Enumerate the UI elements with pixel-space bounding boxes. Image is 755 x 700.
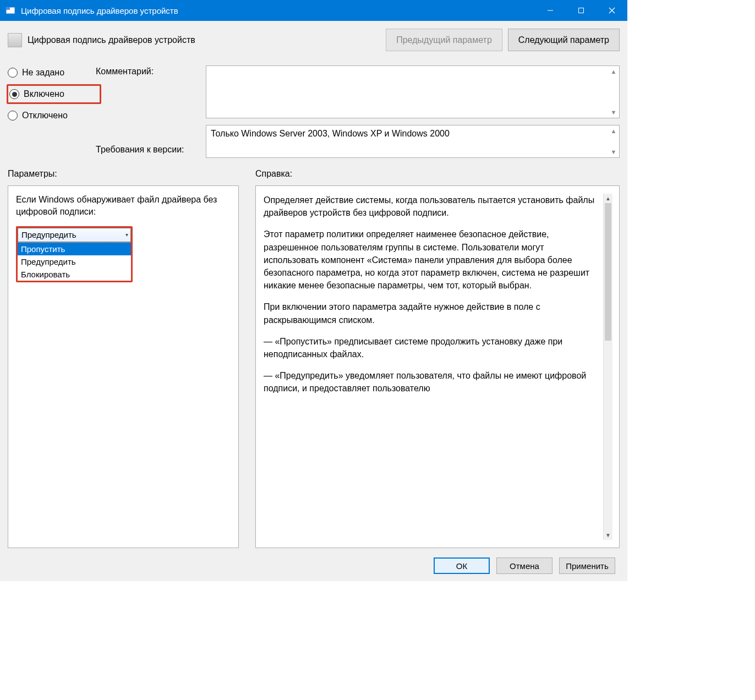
policy-icon	[8, 33, 22, 47]
requirements-text: Только Windows Server 2003, Windows XP и…	[211, 129, 450, 138]
apply-button[interactable]: Применить	[559, 557, 615, 574]
scroll-down-icon[interactable]: ▼	[604, 531, 612, 540]
policy-title: Цифровая подпись драйверов устройств	[28, 35, 380, 45]
radio-dot-icon	[9, 89, 19, 99]
dropdown-list: Пропустить Предупредить Блокировать	[18, 242, 131, 281]
scroll-up-icon[interactable]: ▲	[604, 194, 612, 203]
help-paragraph: — «Предупредить» уведомляет пользователя…	[264, 369, 601, 395]
dropdown-option-block[interactable]: Блокировать	[18, 268, 131, 281]
close-button[interactable]	[597, 0, 627, 21]
scroll-up-icon[interactable]: ▲	[609, 67, 618, 76]
scroll-down-icon[interactable]: ▼	[609, 147, 618, 156]
help-paragraph: Определяет действие системы, когда польз…	[264, 194, 601, 219]
chevron-down-icon: ▾	[125, 232, 128, 238]
cancel-button[interactable]: Отмена	[496, 557, 552, 574]
parameters-panel: Если Windows обнаруживает файл драйвера …	[8, 185, 239, 548]
radio-label: Отключено	[22, 111, 68, 121]
radio-label: Включено	[24, 89, 64, 99]
scroll-up-icon[interactable]: ▲	[609, 127, 618, 135]
parameter-intro-text: Если Windows обнаруживает файл драйвера …	[16, 194, 231, 218]
radio-dot-icon	[8, 68, 18, 78]
window-title: Цифровая подпись драйверов устройств	[21, 6, 535, 15]
svg-rect-3	[579, 8, 584, 13]
scroll-down-icon[interactable]: ▼	[609, 108, 618, 117]
radio-enabled[interactable]: Включено	[9, 89, 64, 99]
scrollbar-thumb[interactable]	[605, 203, 611, 341]
svg-rect-1	[6, 7, 10, 10]
parameters-heading: Параметры:	[8, 169, 239, 179]
previous-setting-button[interactable]: Предыдущий параметр	[386, 29, 502, 51]
dropdown-option-warn[interactable]: Предупредить	[18, 255, 131, 268]
help-paragraph: При включении этого параметра задайте ну…	[264, 300, 601, 326]
ok-button[interactable]: ОК	[434, 557, 490, 574]
titlebar: Цифровая подпись драйверов устройств	[0, 0, 627, 21]
dropdown-option-skip[interactable]: Пропустить	[18, 243, 131, 255]
radio-not-configured[interactable]: Не задано	[8, 68, 96, 78]
minimize-button[interactable]	[535, 0, 566, 21]
radio-disabled[interactable]: Отключено	[8, 111, 96, 121]
comment-label: Комментарий:	[96, 67, 206, 76]
help-heading: Справка:	[255, 169, 620, 179]
next-setting-button[interactable]: Следующий параметр	[508, 29, 620, 51]
help-paragraph: — «Пропустить» предписывает системе прод…	[264, 335, 601, 360]
help-panel: Определяет действие системы, когда польз…	[255, 185, 620, 548]
maximize-button[interactable]	[566, 0, 597, 21]
help-paragraph: Этот параметр политики определяет наимен…	[264, 228, 601, 292]
signature-action-dropdown[interactable]: Предупредить ▾	[18, 228, 131, 242]
radio-dot-icon	[8, 111, 18, 121]
dropdown-value: Предупредить	[21, 230, 76, 239]
help-scrollbar[interactable]: ▲ ▼	[603, 194, 612, 540]
requirements-label: Требования к версии:	[96, 145, 206, 155]
radio-label: Не задано	[22, 68, 64, 78]
requirements-box: Только Windows Server 2003, Windows XP и…	[206, 125, 620, 158]
app-icon	[6, 6, 15, 15]
comment-textarea[interactable]: ▲ ▼	[206, 65, 620, 118]
